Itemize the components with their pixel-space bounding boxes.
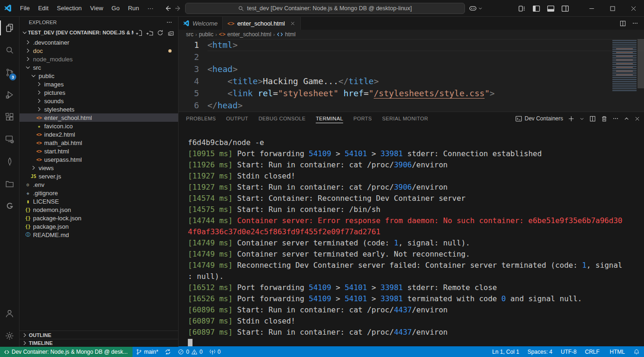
tree-item-server.js[interactable]: JSserver.js [20,172,178,180]
editor-more-actions-icon[interactable] [632,20,638,26]
menu-Run[interactable]: Run [124,3,143,13]
breadcrumb-html[interactable]: html [277,31,296,38]
tree-item-index2.html[interactable]: <>index2.html [20,130,178,139]
menu-View[interactable]: View [86,3,107,13]
code-editor[interactable]: 1 <html> 2 3 <head> 4 <title>Hacking Gam… [179,39,644,112]
refresh-icon[interactable] [157,29,164,36]
menu-File[interactable]: File [16,3,34,13]
activity-run-and-debug[interactable] [0,84,19,106]
breadcrumb-enter_school.html[interactable]: <>enter_school.html [219,31,272,38]
close-tab-icon[interactable] [290,20,296,26]
timeline-section[interactable]: TIMELINE [20,339,178,347]
breadcrumb-src[interactable]: src [186,31,193,38]
tree-item-start.html[interactable]: <>start.html [20,147,178,155]
activity-settings[interactable] [0,324,19,347]
activity-containers[interactable] [0,173,19,195]
status-encoding[interactable]: UTF-8 [557,347,581,357]
panel-tab-debug-console[interactable]: DEBUG CONSOLE [259,112,305,125]
toggle-secondary-sidebar-icon[interactable] [561,5,569,13]
back-arrow-icon[interactable] [164,5,172,12]
panel-tab-problems[interactable]: PROBLEMS [186,112,216,125]
tree-item-public[interactable]: public [20,72,178,80]
panel-tab-terminal[interactable]: TERMINAL [316,112,343,125]
copilot-button[interactable] [469,3,483,14]
status-cursor-position[interactable]: Ln 1, Col 1 [488,347,524,357]
close-panel-icon[interactable] [634,116,640,122]
tree-item-node_modules[interactable]: node_modules [20,55,178,63]
panel-more-actions-icon[interactable] [612,115,619,122]
tree-item-favicon.ico[interactable]: ★favicon.ico [20,122,178,130]
split-editor-icon[interactable] [619,20,626,27]
split-terminal-icon[interactable] [589,115,596,122]
html-file-icon: <> [35,132,43,137]
tree-item-userpass.html[interactable]: <>userpass.html [20,155,178,164]
tree-item-enter_school.html[interactable]: <>enter_school.html [20,113,178,122]
minimap[interactable] [612,40,637,92]
panel-tab-ports[interactable]: PORTS [353,112,372,125]
status-notifications[interactable] [629,347,644,357]
window-close-button[interactable] [623,0,644,17]
activity-source-control[interactable]: 3 [0,61,19,84]
panel-tab-output[interactable]: OUTPUT [226,112,248,125]
tree-item-images[interactable]: images [20,80,178,88]
tree-item-stylesheets[interactable]: stylesheets [20,105,178,113]
status-git-branch[interactable]: main* [133,347,162,357]
activity-extensions[interactable] [0,106,19,128]
toggle-panel-icon[interactable] [547,5,555,13]
tree-item-.gitignore[interactable]: ◆.gitignore [20,189,178,197]
window-minimize-button[interactable] [581,0,602,17]
activity-mongodb[interactable] [0,151,19,173]
new-file-icon[interactable] [135,29,142,36]
activity-accounts[interactable] [0,302,19,324]
terminal-output[interactable]: f6d4b9cba/node -e[10915 ms] Port forward… [179,125,644,346]
tree-item-package.json[interactable]: {}package.json [20,222,178,231]
toggle-primary-sidebar-icon[interactable] [532,5,540,13]
tree-item-package-lock.json[interactable]: {}package-lock.json [20,214,178,222]
status-ports[interactable]: 0 [206,347,224,357]
new-terminal-icon[interactable] [568,115,575,122]
forward-arrow-icon[interactable] [174,5,182,12]
command-center[interactable]: test_dev [Dev Container: Node.js & Mongo… [185,3,465,14]
tree-item-sounds[interactable]: sounds [20,97,178,105]
tab-Welcome[interactable]: Welcome [179,17,223,30]
customize-layout-icon[interactable] [518,5,526,13]
tree-item-README.md[interactable]: ⓘREADME.md [20,231,178,239]
remote-indicator[interactable]: Dev Container: Node.js & Mongo DB @ desk… [0,347,133,357]
workspace-section-header[interactable]: TEST_DEV [DEV CONTAINER: NODE.JS & MONGO… [20,28,178,37]
tree-item-LICENSE[interactable]: ▮LICENSE [20,197,178,205]
tree-item-math_abi.html[interactable]: <>math_abi.html [20,139,178,147]
new-folder-icon[interactable] [146,29,153,36]
maximize-panel-icon[interactable] [624,116,630,122]
menu-Selection[interactable]: Selection [53,3,86,13]
activity-gitlens[interactable] [0,195,19,218]
tree-item-.devcontainer[interactable]: .devcontainer [20,38,178,46]
kill-terminal-icon[interactable] [601,115,608,122]
window-maximize-button[interactable] [602,0,623,17]
activity-search[interactable] [0,39,19,61]
status-indentation[interactable]: Spaces: 4 [524,347,557,357]
status-problems[interactable]: 0 0 [174,347,206,357]
tab-enter_school.html[interactable]: <>enter_school.html [223,17,301,30]
outline-section[interactable]: OUTLINE [20,331,178,339]
status-eol[interactable]: CRLF [581,347,604,357]
tree-item-doc[interactable]: doc [20,46,178,55]
menu-more[interactable]: ··· [143,3,158,13]
status-sync[interactable] [161,347,174,357]
activity-explorer[interactable] [0,17,19,39]
editor-scrollbar[interactable] [637,39,644,88]
menu-Go[interactable]: Go [107,3,124,13]
tree-item-views[interactable]: views [20,164,178,172]
breadcrumb-public[interactable]: public [199,31,213,38]
menu-Edit[interactable]: Edit [34,3,53,13]
tree-item-src[interactable]: src [20,63,178,72]
panel-tab-serial-monitor[interactable]: SERIAL MONITOR [382,112,428,125]
collapse-all-icon[interactable] [167,29,174,36]
tree-item-nodemon.json[interactable]: {}nodemon.json [20,205,178,214]
terminal-profile[interactable]: Dev Containers [515,115,563,122]
tree-item-.env[interactable]: ⚙.env [20,180,178,189]
status-language-mode[interactable]: HTML [604,347,629,357]
activity-remote-explorer[interactable] [0,128,19,151]
tree-item-pictures[interactable]: pictures [20,88,178,97]
terminal-dropdown-icon[interactable] [579,116,584,121]
explorer-more-actions-icon[interactable] [166,19,173,26]
